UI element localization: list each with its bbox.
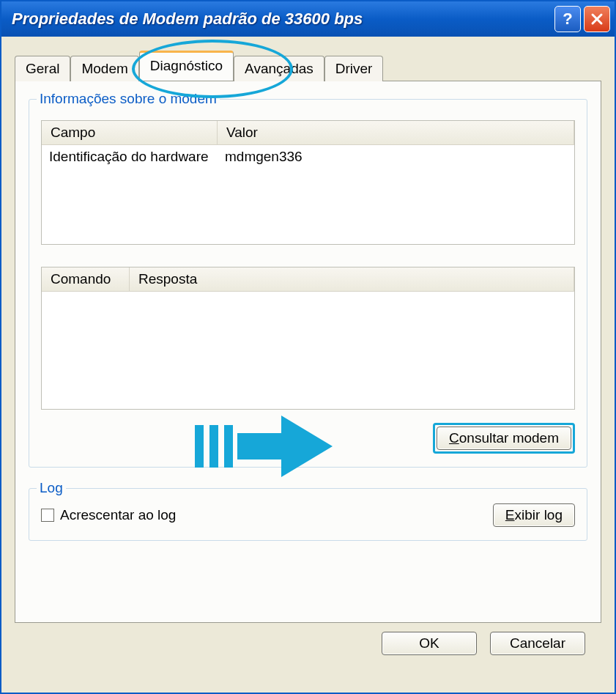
ok-button[interactable]: OK — [382, 632, 477, 655]
content-area: Geral Modem Diagnóstico Avançadas Driver… — [1, 37, 615, 693]
exibir-log-button[interactable]: Exibir log — [493, 503, 575, 527]
help-button[interactable]: ? — [554, 6, 581, 32]
titlebar: Propriedades de Modem padrão de 33600 bp… — [1, 1, 615, 37]
close-icon — [590, 12, 604, 26]
listview-command-response[interactable]: Comando Resposta — [41, 267, 575, 410]
group-log: Log Acrescentar ao log Exibir log — [29, 488, 587, 541]
titlebar-buttons: ? — [554, 6, 610, 32]
arrow-annotation — [195, 416, 333, 477]
checkbox-label-rest: crescentar ao log — [70, 507, 177, 523]
close-button[interactable] — [584, 6, 610, 32]
help-icon: ? — [563, 10, 572, 29]
list-item[interactable]: Identificação do hardware mdmgen336 — [42, 145, 574, 169]
col-header-resposta[interactable]: Resposta — [130, 267, 574, 291]
cell-valor: mdmgen336 — [218, 145, 574, 169]
tab-geral[interactable]: Geral — [15, 56, 70, 81]
highlight-box-annotation: Consultar modem — [433, 423, 575, 454]
listview-body — [42, 292, 574, 409]
listview-header: Campo Valor — [42, 121, 574, 145]
tab-panel-diagnostico: Informações sobre o modem Campo Valor Id… — [15, 81, 601, 623]
button-label-rest: xibir log — [515, 507, 563, 523]
consult-row: Consultar modem — [41, 423, 575, 454]
listview-body: Identificação do hardware mdmgen336 — [42, 145, 574, 244]
window-title: Propriedades de Modem padrão de 33600 bp… — [12, 10, 554, 29]
dialog-buttons: OK Cancelar — [15, 623, 601, 661]
group-modem-info: Informações sobre o modem Campo Valor Id… — [29, 99, 587, 468]
tabstrip: Geral Modem Diagnóstico Avançadas Driver — [15, 50, 601, 81]
checkbox-icon — [41, 509, 54, 522]
col-header-valor[interactable]: Valor — [218, 121, 574, 144]
group-modem-info-legend: Informações sobre o modem — [37, 91, 220, 107]
accel-char: C — [449, 430, 459, 446]
arrow-right-icon — [237, 416, 333, 477]
accel-char: A — [60, 507, 70, 523]
tab-modem[interactable]: Modem — [70, 56, 138, 81]
accel-char: E — [505, 507, 515, 523]
svg-marker-0 — [237, 416, 333, 477]
listview-modem-info[interactable]: Campo Valor Identificação do hardware md… — [41, 120, 575, 245]
button-label-rest: onsultar modem — [459, 430, 559, 446]
consultar-modem-button[interactable]: Consultar modem — [437, 427, 571, 450]
append-log-checkbox[interactable]: Acrescentar ao log — [41, 507, 176, 523]
tab-avancadas[interactable]: Avançadas — [234, 56, 324, 81]
col-header-comando[interactable]: Comando — [42, 267, 130, 291]
cell-campo: Identificação do hardware — [42, 145, 218, 169]
listview-header: Comando Resposta — [42, 267, 574, 292]
dialog-window: Propriedades de Modem padrão de 33600 bp… — [0, 0, 616, 694]
col-header-campo[interactable]: Campo — [42, 121, 218, 144]
tab-diagnostico[interactable]: Diagnóstico — [139, 51, 234, 81]
cancel-button[interactable]: Cancelar — [490, 632, 585, 655]
tab-driver[interactable]: Driver — [324, 56, 384, 81]
group-log-legend: Log — [37, 480, 66, 496]
